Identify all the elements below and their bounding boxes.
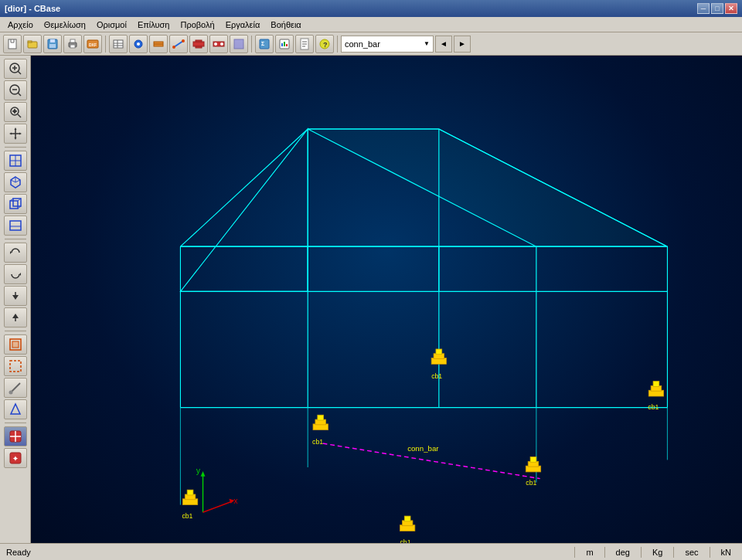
svg-rect-31 <box>234 39 243 49</box>
viewport[interactable]: y x cb1 cb1 cb1 <box>31 56 742 543</box>
menu-themeliosi[interactable]: Θεμελίωση <box>39 19 90 30</box>
menu-orismoi[interactable]: Ορισμοί <box>92 19 131 30</box>
rotate-left-button[interactable] <box>4 243 27 263</box>
svg-rect-140 <box>436 349 442 355</box>
svg-rect-132 <box>318 415 324 420</box>
prev-arrow-button[interactable]: ◄ <box>435 36 452 53</box>
menu-ergaleia[interactable]: Εργαλεία <box>221 19 265 30</box>
knife-button[interactable] <box>4 378 27 398</box>
svg-rect-72 <box>10 221 21 230</box>
svg-rect-136 <box>404 516 410 521</box>
svg-marker-56 <box>14 127 16 130</box>
statusbar-sep1 <box>574 547 575 558</box>
svg-marker-78 <box>12 314 19 318</box>
table-button[interactable] <box>109 35 128 53</box>
svg-rect-128 <box>187 490 193 495</box>
svg-marker-91 <box>308 129 667 246</box>
elements-button[interactable] <box>149 35 168 53</box>
menu-provoli[interactable]: Προβολή <box>175 19 219 30</box>
dropdown-arrow-icon: ▼ <box>424 40 430 47</box>
plate-button[interactable] <box>230 35 248 53</box>
results-button[interactable] <box>275 35 294 53</box>
save-button[interactable] <box>43 35 62 53</box>
active-view-button[interactable] <box>4 426 27 446</box>
maximize-button[interactable]: □ <box>711 3 723 14</box>
svg-marker-58 <box>9 133 12 135</box>
svg-marker-92 <box>180 129 308 291</box>
svg-rect-67 <box>10 201 18 209</box>
svg-rect-27 <box>196 46 202 48</box>
svg-rect-7 <box>50 39 55 42</box>
view-side-button[interactable] <box>4 216 27 236</box>
unit-m: m <box>581 548 597 557</box>
lines-button[interactable] <box>169 35 188 53</box>
svg-rect-25 <box>193 42 204 46</box>
svg-rect-148 <box>653 382 659 387</box>
statusbar-sep3 <box>641 547 642 558</box>
svg-text:cb1: cb1 <box>182 512 192 520</box>
statusbar: Ready m deg Kg sec kN <box>0 543 742 560</box>
svg-text:conn_bar: conn_bar <box>407 444 439 453</box>
view-all-button[interactable] <box>4 151 27 171</box>
svg-marker-76 <box>12 295 19 300</box>
menu-arxeio[interactable]: Αρχείο <box>3 19 38 30</box>
statusbar-sep5 <box>710 547 710 558</box>
calc-button[interactable]: Σ <box>255 35 274 53</box>
select-button[interactable] <box>4 334 27 355</box>
svg-line-66 <box>15 180 20 182</box>
measure-button[interactable] <box>4 399 27 419</box>
status-text: Ready <box>6 548 568 557</box>
rotate-right-button[interactable] <box>4 264 27 284</box>
svg-line-83 <box>11 383 20 392</box>
print-button[interactable] <box>63 35 82 53</box>
svg-line-54 <box>18 114 21 117</box>
svg-line-47 <box>18 71 21 74</box>
pan-button[interactable] <box>4 124 27 144</box>
menu-epilysi[interactable]: Επίλυση <box>133 19 175 30</box>
svg-rect-81 <box>12 341 19 348</box>
svg-point-24 <box>182 39 185 42</box>
toolbar-sep2 <box>251 36 252 53</box>
close-button[interactable]: ✕ <box>725 3 737 14</box>
move-down-button[interactable] <box>4 286 27 306</box>
lt-sep2 <box>5 239 26 239</box>
svg-marker-121 <box>201 471 206 477</box>
nodes-button[interactable] <box>129 35 148 53</box>
svg-point-19 <box>137 42 140 46</box>
menubar: Αρχείο Θεμελίωση Ορισμοί Επίλυση Προβολή… <box>0 17 742 32</box>
minimize-button[interactable]: ─ <box>697 3 710 14</box>
open-button[interactable] <box>23 35 42 53</box>
next-arrow-button[interactable]: ► <box>454 36 471 53</box>
main-area: ✦ <box>0 56 742 543</box>
svg-text:x: x <box>233 496 238 505</box>
view-3d-button[interactable] <box>4 194 27 214</box>
svg-point-30 <box>220 42 223 46</box>
svg-marker-57 <box>14 137 16 140</box>
svg-text:y: y <box>196 466 201 475</box>
move-up-button[interactable] <box>4 307 27 328</box>
dropdown-value: conn_bar <box>345 39 380 49</box>
help-button[interactable]: ? <box>315 35 334 53</box>
select2-button[interactable] <box>4 356 27 376</box>
titlebar: [dior] - CBase ─ □ ✕ <box>0 0 742 17</box>
svg-rect-10 <box>70 39 75 42</box>
zoom-fit-button[interactable] <box>4 102 27 122</box>
dxf-button[interactable]: DXF <box>83 35 102 53</box>
beam2-button[interactable] <box>209 35 228 53</box>
menu-voitheia[interactable]: Βοήθεια <box>266 19 305 30</box>
svg-line-95 <box>180 129 308 246</box>
new-button[interactable] <box>3 35 22 53</box>
special-button[interactable]: ✦ <box>4 448 27 468</box>
statusbar-sep2 <box>604 547 605 558</box>
unit-sec: sec <box>680 548 703 557</box>
svg-text:cb1: cb1 <box>648 403 659 411</box>
unit-kn: kN <box>716 548 736 557</box>
view-iso-button[interactable] <box>4 172 27 192</box>
report-button[interactable] <box>295 35 314 53</box>
conn-bar-dropdown[interactable]: conn_bar ▼ <box>341 36 434 53</box>
zoom-out-button[interactable] <box>4 80 27 100</box>
zoom-in-button[interactable] <box>4 59 27 79</box>
svg-rect-11 <box>70 45 75 48</box>
scene-svg: y x cb1 cb1 cb1 <box>31 56 742 543</box>
beam-button[interactable] <box>189 35 208 53</box>
